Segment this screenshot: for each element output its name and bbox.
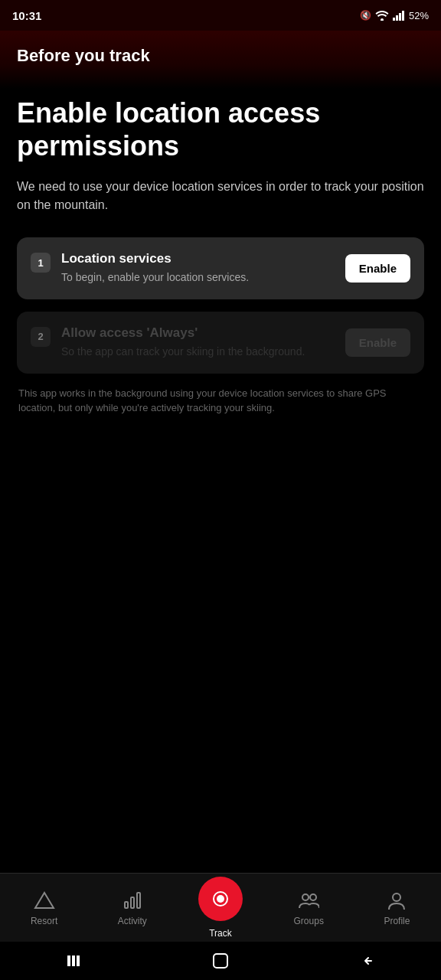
resort-icon: [33, 889, 56, 912]
svg-rect-7: [131, 897, 134, 908]
footer-note: This app works in the background using y…: [17, 386, 424, 416]
svg-point-13: [393, 893, 400, 901]
nav-item-resort[interactable]: Resort: [0, 889, 88, 926]
status-bar: 10:31 🔇 52%: [0, 0, 441, 31]
profile-label: Profile: [384, 916, 410, 926]
activity-label: Activity: [118, 916, 147, 926]
svg-rect-15: [72, 956, 75, 966]
page-title: Before you track: [17, 46, 424, 66]
activity-icon: [121, 889, 144, 912]
status-time: 10:31: [12, 9, 41, 22]
main-content: Enable location access permissions We ne…: [0, 89, 441, 873]
step-badge-2: 2: [31, 327, 51, 347]
permission-title-2: Allow access 'Always': [61, 325, 335, 341]
enable-location-button[interactable]: Enable: [345, 254, 410, 283]
enable-always-button: Enable: [345, 328, 410, 357]
groups-label: Groups: [294, 916, 324, 926]
android-home-button[interactable]: [205, 946, 236, 976]
permission-info-2: Allow access 'Always' So the app can tra…: [61, 325, 335, 360]
resort-label: Resort: [31, 916, 57, 926]
android-menu-button[interactable]: [58, 946, 89, 976]
svg-rect-14: [67, 956, 70, 966]
step-badge-1: 1: [31, 253, 51, 273]
svg-point-0: [381, 18, 384, 21]
svg-rect-4: [402, 11, 404, 21]
svg-rect-16: [77, 956, 80, 966]
header: Before you track: [0, 31, 441, 89]
battery-text: 52%: [409, 10, 429, 21]
permission-card-step2: 2 Allow access 'Always' So the app can t…: [17, 312, 424, 374]
svg-rect-3: [399, 13, 401, 21]
permission-info-1: Location services To begin, enable your …: [61, 251, 335, 286]
groups-icon: [297, 889, 320, 912]
nav-item-track[interactable]: Track: [176, 877, 264, 939]
profile-icon: [385, 889, 408, 912]
svg-rect-1: [393, 18, 395, 21]
nav-item-activity[interactable]: Activity: [88, 889, 176, 926]
svg-rect-6: [125, 902, 128, 908]
svg-point-11: [302, 894, 309, 900]
svg-marker-5: [35, 893, 54, 908]
svg-rect-8: [137, 893, 140, 908]
svg-point-9: [217, 895, 224, 903]
android-back-button[interactable]: [352, 946, 383, 976]
nav-item-groups[interactable]: Groups: [265, 889, 353, 926]
wifi-icon: [375, 10, 389, 21]
nav-item-profile[interactable]: Profile: [353, 889, 441, 926]
svg-rect-17: [214, 954, 227, 968]
permission-card-step1: 1 Location services To begin, enable you…: [17, 237, 424, 299]
bottom-nav: Resort Activity Track: [0, 873, 441, 942]
permission-title-1: Location services: [61, 251, 335, 266]
android-nav-bar: [0, 942, 441, 980]
permission-desc-2: So the app can track your skiing in the …: [61, 345, 335, 360]
track-button[interactable]: [198, 877, 243, 921]
section-heading: Enable location access permissions: [17, 96, 424, 162]
section-description: We need to use your device location serv…: [17, 178, 424, 214]
permission-desc-1: To begin, enable your location services.: [61, 270, 335, 286]
svg-rect-2: [396, 15, 398, 21]
mute-icon: 🔇: [360, 10, 371, 21]
signal-icon: [393, 10, 405, 21]
status-icons: 🔇 52%: [360, 10, 429, 21]
svg-point-12: [310, 894, 316, 900]
track-label: Track: [209, 928, 232, 939]
